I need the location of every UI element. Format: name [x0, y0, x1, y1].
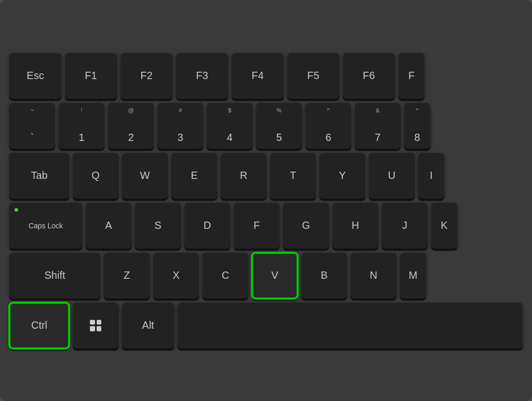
- key-space[interactable]: [178, 303, 523, 348]
- key-shift[interactable]: Shift: [9, 253, 100, 299]
- key-ctrl[interactable]: Ctrl: [9, 303, 69, 348]
- key-capslock[interactable]: Caps Lock: [9, 203, 82, 249]
- key-s[interactable]: S: [135, 203, 181, 249]
- windows-icon: [90, 320, 101, 331]
- key-z[interactable]: Z: [104, 253, 150, 299]
- key-g[interactable]: G: [283, 203, 329, 249]
- key-n[interactable]: N: [351, 253, 396, 299]
- key-4[interactable]: $ 4: [207, 103, 252, 149]
- key-f1[interactable]: F1: [65, 53, 117, 99]
- qwerty-row: Tab Q W E R T Y U I: [9, 153, 523, 199]
- key-r[interactable]: R: [221, 153, 267, 199]
- fn-row: Esc F1 F2 F3 F4 F5 F6 F: [9, 53, 523, 99]
- key-q[interactable]: Q: [73, 153, 118, 199]
- key-b[interactable]: B: [301, 253, 347, 299]
- caps-lock-indicator: [15, 208, 18, 212]
- key-win[interactable]: [73, 303, 118, 348]
- key-alt[interactable]: Alt: [122, 303, 174, 348]
- key-f4[interactable]: F4: [232, 53, 284, 99]
- key-j[interactable]: J: [382, 203, 428, 249]
- keyboard: Esc F1 F2 F3 F4 F5 F6 F ~ ` ! 1: [0, 0, 532, 401]
- key-w[interactable]: W: [122, 153, 168, 199]
- key-x[interactable]: X: [153, 253, 199, 299]
- zxcv-row: Shift Z X C V B N M: [9, 253, 523, 299]
- key-v[interactable]: V: [252, 253, 298, 299]
- key-1[interactable]: ! 1: [59, 103, 104, 149]
- key-k[interactable]: K: [431, 203, 457, 249]
- key-8[interactable]: * 8: [404, 103, 430, 149]
- key-5[interactable]: % 5: [256, 103, 302, 149]
- key-c[interactable]: C: [203, 253, 248, 299]
- key-f6[interactable]: F6: [343, 53, 395, 99]
- key-t[interactable]: T: [270, 153, 316, 199]
- key-y[interactable]: Y: [320, 153, 365, 199]
- bottom-row: Ctrl Alt: [9, 303, 523, 348]
- key-tab[interactable]: Tab: [9, 153, 69, 199]
- key-backtick[interactable]: ~ `: [9, 103, 55, 149]
- key-f3[interactable]: F3: [176, 53, 228, 99]
- key-a[interactable]: A: [86, 203, 131, 249]
- key-h[interactable]: H: [332, 203, 378, 249]
- key-f5[interactable]: F5: [287, 53, 339, 99]
- key-esc[interactable]: Esc: [9, 53, 61, 99]
- key-6[interactable]: ^ 6: [305, 103, 351, 149]
- asdf-row: Caps Lock A S D F G H J K: [9, 203, 523, 249]
- key-7[interactable]: & 7: [355, 103, 401, 149]
- key-f2[interactable]: F2: [121, 53, 172, 99]
- key-3[interactable]: # 3: [157, 103, 203, 149]
- key-f7[interactable]: F: [398, 53, 424, 99]
- key-f[interactable]: F: [234, 203, 280, 249]
- key-d[interactable]: D: [184, 203, 230, 249]
- key-m[interactable]: M: [400, 253, 426, 299]
- key-u[interactable]: U: [369, 153, 415, 199]
- key-e[interactable]: E: [171, 153, 217, 199]
- number-row: ~ ` ! 1 @ 2 # 3 $ 4 % 5 ^ 6 & 7: [9, 103, 523, 149]
- key-2[interactable]: @ 2: [108, 103, 154, 149]
- key-i[interactable]: I: [418, 153, 444, 199]
